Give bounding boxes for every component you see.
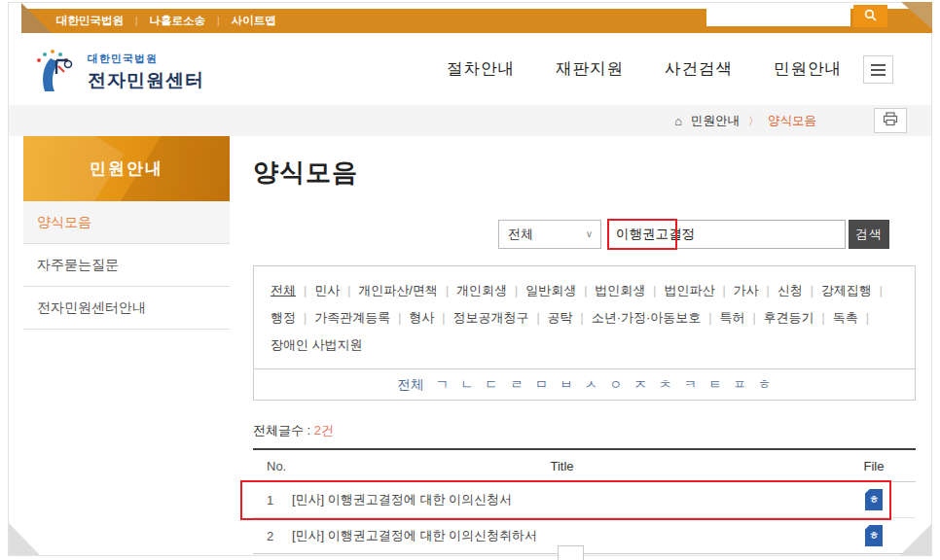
- category-link[interactable]: 법인파산: [664, 283, 714, 298]
- consonant-link[interactable]: ㅌ: [708, 376, 722, 394]
- sidebar-item[interactable]: 자주묻는질문: [23, 244, 230, 287]
- search-button[interactable]: 검색: [849, 220, 889, 249]
- sidebar-title: 민원안내: [90, 158, 163, 180]
- search-icon: [864, 9, 877, 24]
- row-title-link[interactable]: [민사] 이행권고결정에 대한 이의신청취하서: [292, 527, 832, 544]
- category-select-value: 전체: [508, 226, 533, 243]
- category-link[interactable]: 독촉: [833, 310, 858, 325]
- printer-icon: [883, 112, 898, 130]
- consonant-link[interactable]: ㄴ: [460, 376, 474, 394]
- main-content: 양식모음 전체 ∨ 검색 전체|민사|개인파산/면책|개인회생|일반회생|법인회…: [253, 146, 916, 554]
- category-separator: |: [442, 311, 445, 325]
- category-link[interactable]: 강제집행: [821, 283, 872, 298]
- topbar-link[interactable]: 나홀로소송: [150, 14, 206, 28]
- hamburger-icon: [871, 61, 886, 79]
- breadcrumb-current[interactable]: 양식모음: [768, 113, 816, 129]
- nav-item[interactable]: 재판지원: [556, 58, 624, 80]
- consonant-link[interactable]: ㅅ: [585, 376, 598, 394]
- logo-court-name: 대한민국법원: [88, 52, 204, 66]
- category-link[interactable]: 일반회생: [525, 283, 576, 298]
- category-link[interactable]: 개인회생: [456, 283, 507, 298]
- category-separator: |: [708, 311, 711, 325]
- consonant-link[interactable]: ㄷ: [486, 376, 499, 394]
- category-line: 전체|민사|개인파산/면책|개인회생|일반회생|법인회생|법인파산|가사|신청|…: [271, 277, 898, 304]
- category-line: 행정|가족관계등록|형사|정보공개청구|공탁|소년·가정·아동보호|특허|후견등…: [271, 304, 898, 332]
- col-header-no: No.: [253, 459, 292, 473]
- consonant-link[interactable]: ㅁ: [535, 376, 549, 394]
- sidebar-item[interactable]: 양식모음: [23, 201, 230, 244]
- category-separator: |: [347, 284, 350, 298]
- consonant-link[interactable]: ㅈ: [634, 376, 648, 394]
- site-search-input[interactable]: [706, 6, 850, 26]
- consonant-link[interactable]: ㅎ: [758, 376, 772, 394]
- category-separator: |: [304, 284, 307, 298]
- top-utility-links: 대한민국법원|나홀로소송|사이트맵: [56, 9, 276, 33]
- total-count: 전체글수 : 2건: [253, 422, 916, 439]
- sidebar-item[interactable]: 전자민원센터안내: [23, 287, 230, 330]
- category-link[interactable]: 소년·가정·아동보호: [592, 310, 702, 325]
- category-filter-box: 전체|민사|개인파산/면책|개인회생|일반회생|법인회생|법인파산|가사|신청|…: [253, 265, 916, 369]
- consonant-link[interactable]: 전체: [398, 376, 424, 394]
- breadcrumb-bar: ⌂ 민원안내 〉 양식모음: [9, 105, 931, 136]
- category-separator: |: [767, 284, 770, 298]
- pagination-button[interactable]: [558, 545, 584, 560]
- category-link[interactable]: 전체: [271, 283, 296, 298]
- category-link[interactable]: 신청: [777, 283, 803, 298]
- row-title-link[interactable]: [민사] 이행권고결정에 대한 이의신청서: [292, 491, 832, 508]
- category-separator: |: [752, 311, 755, 325]
- consonant-link[interactable]: ㄱ: [436, 376, 450, 394]
- category-separator: |: [446, 284, 449, 298]
- category-link[interactable]: 형사: [409, 310, 434, 325]
- category-link[interactable]: 가사: [734, 283, 759, 298]
- row-file-cell: ㅎ: [832, 489, 916, 510]
- print-button[interactable]: [874, 108, 907, 133]
- category-separator: |: [822, 311, 825, 325]
- total-count-value: 2건: [314, 423, 334, 438]
- category-link[interactable]: 장애인 사법지원: [271, 337, 363, 352]
- file-download-icon[interactable]: ㅎ: [865, 525, 883, 546]
- consonant-link[interactable]: ㅇ: [609, 376, 623, 394]
- nav-item[interactable]: 사건검색: [665, 58, 733, 80]
- consonant-link[interactable]: ㅂ: [560, 376, 573, 394]
- category-link[interactable]: 법인회생: [595, 283, 645, 298]
- category-select[interactable]: 전체 ∨: [498, 220, 601, 249]
- consonant-link[interactable]: ㅍ: [734, 376, 747, 394]
- forms-table: No. Title File 1[민사] 이행권고결정에 대한 이의신청서ㅎ2[…: [253, 448, 916, 554]
- breadcrumb: ⌂ 민원안내 〉 양식모음: [674, 105, 816, 136]
- category-link[interactable]: 가족관계등록: [314, 310, 390, 325]
- file-download-icon[interactable]: ㅎ: [865, 489, 883, 510]
- category-link[interactable]: 민사: [314, 283, 340, 298]
- category-link[interactable]: 공탁: [548, 310, 573, 325]
- category-link[interactable]: 개인파산/면책: [358, 283, 438, 298]
- category-separator: |: [536, 311, 539, 325]
- category-link[interactable]: 후견등기: [764, 310, 814, 325]
- topbar-link[interactable]: 사이트맵: [232, 14, 276, 28]
- table-row: 1[민사] 이행권고결정에 대한 이의신청서ㅎ: [253, 482, 916, 518]
- menu-button[interactable]: [863, 55, 893, 84]
- home-icon[interactable]: ⌂: [674, 114, 682, 128]
- sidebar-menu: 양식모음자주묻는질문전자민원센터안내: [23, 201, 230, 330]
- breadcrumb-section[interactable]: 민원안내: [691, 113, 740, 129]
- row-file-cell: ㅎ: [832, 525, 916, 546]
- nav-item[interactable]: 절차안내: [447, 58, 515, 80]
- category-separator: |: [398, 311, 401, 325]
- consonant-link[interactable]: ㅊ: [659, 376, 672, 394]
- logo-service-name: 전자민원센터: [88, 68, 204, 93]
- category-link[interactable]: 정보공개청구: [452, 310, 528, 325]
- keyword-input[interactable]: [608, 220, 846, 249]
- consonant-link[interactable]: ㄹ: [510, 376, 524, 394]
- category-separator: |: [866, 311, 869, 325]
- category-link[interactable]: 행정: [271, 310, 296, 325]
- nav-item[interactable]: 민원안내: [774, 58, 842, 80]
- page-title: 양식모음: [253, 156, 916, 190]
- category-link[interactable]: 특허: [719, 310, 744, 325]
- site-search-button[interactable]: [853, 5, 887, 27]
- sidebar: 민원안내 양식모음자주묻는질문전자민원센터안내: [23, 136, 230, 330]
- topbar-link[interactable]: 대한민국법원: [56, 14, 124, 28]
- category-line: 장애인 사법지원: [271, 332, 898, 358]
- consonant-link[interactable]: ㅋ: [684, 376, 698, 394]
- logo-text: 대한민국법원 전자민원센터: [88, 52, 204, 93]
- category-separator: |: [584, 284, 587, 298]
- site-logo[interactable]: 대한민국법원 전자민원센터: [29, 45, 204, 99]
- main-nav: 절차안내재판지원사건검색민원안내: [447, 58, 842, 80]
